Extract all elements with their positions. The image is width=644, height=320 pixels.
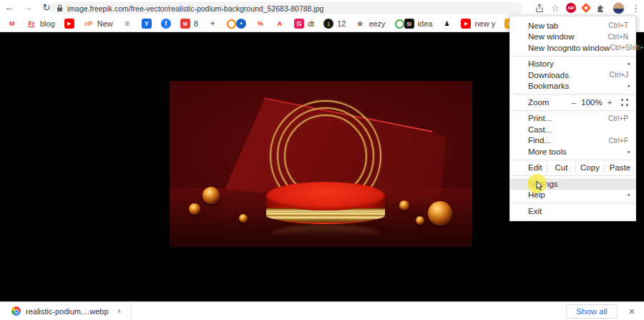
forward-button[interactable]: → [19,0,37,16]
fullscreen-icon[interactable] [621,99,628,106]
menu-item-print[interactable]: Print...Ctrl+P [510,113,635,125]
bookmark-youtube-newy[interactable]: ▶new y [461,19,495,29]
blue-shield-icon: ✦ [236,19,246,29]
bookmark-si-idea[interactable]: SIidea [404,19,433,29]
gold-sphere [399,200,409,210]
menu-item-label: Downloads [528,71,610,79]
bookmark-red-percent[interactable]: % [255,19,265,29]
submenu-arrow-icon: ▸ [628,192,630,198]
dark-star-icon: ✳ [208,19,218,29]
menu-item-bookmarks[interactable]: Bookmarks▸ [510,81,635,92]
menu-item-paste[interactable]: Paste [604,163,635,174]
menu-item-cast[interactable]: Cast... [510,124,635,135]
gold-sphere [203,187,220,204]
freepik-blog-icon: Fr [26,19,36,29]
menu-item-label: History [528,59,628,68]
bookmark-facebook[interactable]: f [161,19,171,29]
menu-item-history[interactable]: History▸ [510,59,635,70]
bookmark-label: 12 [337,19,346,28]
menu-item-label: Print... [528,114,608,122]
zoom-in-button[interactable]: + [604,98,615,107]
bookmark-label: blog [40,19,55,28]
person-icon: ♟ [441,19,452,29]
bookmark-gmail[interactable]: M [7,19,17,29]
bookmark-adobe[interactable]: A [275,19,285,29]
submenu-arrow-icon: ▸ [628,83,630,89]
menu-item-label: Cast... [528,125,628,134]
address-bar[interactable]: image.freepik.com/free-vector/realistic-… [50,2,522,14]
red-percent-icon: % [255,19,265,29]
download-chevron-icon[interactable]: ∧ [117,308,122,314]
bookmark-cpanel-new[interactable]: cPNew [84,19,113,29]
bookmark-youtube-1[interactable]: ▶ [64,19,74,29]
menu-item-label: Help [528,190,628,199]
gmail-icon: M [7,19,17,29]
menu-separator [510,110,635,111]
submenu-arrow-icon: ▸ [628,61,630,67]
menu-dots-icon[interactable]: ⋮ [631,3,640,14]
coin-12-icon: 1 [323,19,333,29]
profile-avatar[interactable] [613,2,625,14]
bookmark-star-icon[interactable]: ☆ [551,3,560,14]
swirl-icon: ≋ [122,19,132,29]
extensions-puzzle-icon[interactable] [596,3,606,13]
menu-item-label: New window [528,32,608,41]
diamond-extension-icon[interactable] [582,4,590,11]
menu-separator [510,175,635,176]
gold-sphere [239,214,248,223]
y-site-icon: Y [142,19,152,29]
menu-shortcut: Ctrl+T [609,21,629,29]
toolbar-right: ☆ ABP ⋮ [535,0,640,16]
menu-item-new-tab[interactable]: New tabCtrl+T [510,20,635,31]
bookmark-coin-12[interactable]: 112 [323,19,346,29]
adobe-icon: A [275,19,285,29]
share-icon[interactable] [535,4,545,13]
bookmark-w-site[interactable]: W8 [180,19,198,29]
zoom-out-button[interactable]: – [568,98,580,107]
download-item[interactable]: realistic-podium....webp ∧ [0,302,132,320]
menu-item-new-window[interactable]: New windowCtrl+N [510,31,635,43]
menu-item-label: Exit [528,207,628,215]
menu-item-copy[interactable]: Copy [575,163,604,174]
menu-item-label: Bookmarks [528,82,628,90]
si-idea-icon: SI [404,19,414,29]
menu-item-cut[interactable]: Cut [547,163,575,174]
youtube-1-icon: ▶ [64,19,74,29]
chrome-menu: New tabCtrl+TNew windowCtrl+NNew Incogni… [509,16,636,221]
bookmark-eezy-globe[interactable]: ⊕eezy [355,19,385,29]
download-bar-close-icon[interactable]: × [629,306,635,316]
bookmark-swirl[interactable]: ≋ [122,19,132,29]
bookmark-y-site[interactable]: Y [142,19,152,29]
menu-shortcut: Ctrl+N [608,33,628,41]
w-site-icon: W [180,19,190,29]
adblock-extension-icon[interactable]: ABP [566,3,576,13]
submenu-arrow-icon: ▸ [628,149,630,155]
bookmark-person[interactable]: ♟ [441,19,452,29]
menu-item-settings[interactable]: Settings [510,178,635,190]
download-bar: realistic-podium....webp ∧ Show all × [0,301,644,320]
bookmark-dark-star[interactable]: ✳ [208,19,218,29]
menu-item-downloads[interactable]: DownloadsCtrl+J [510,69,635,81]
podium-reflection [271,225,380,242]
menu-item-exit[interactable]: Exit [510,205,635,217]
youtube-newy-icon: ▶ [461,19,471,29]
bookmark-freepik-blog[interactable]: Frblog [26,19,55,29]
gold-sphere [416,216,424,225]
menu-shortcut: Ctrl+P [608,115,628,122]
bookmark-blue-shield[interactable]: ✦ [236,19,246,29]
menu-item-new-incognito-window[interactable]: New Incognito windowCtrl+Shift+N [510,42,635,54]
show-all-button[interactable]: Show all [566,304,617,319]
menu-item-more-tools[interactable]: More tools▸ [510,146,635,157]
bookmark-label: dt [308,19,314,28]
menu-item-label: Find... [528,136,609,145]
menu-shortcut: Ctrl+Shift+N [610,44,644,52]
menu-item-find[interactable]: Find...Ctrl+F [510,135,635,147]
bookmark-g-dt[interactable]: Gdt [294,19,314,29]
menu-item-edit: EditCutCopyPaste [510,163,635,174]
gold-sphere [189,203,200,215]
eezy-globe-icon: ⊕ [355,19,365,29]
back-button[interactable]: ← [0,0,19,16]
menu-item-help[interactable]: Help▸ [510,190,635,201]
facebook-icon: f [161,19,171,29]
url-text: image.freepik.com/free-vector/realistic-… [67,4,323,13]
